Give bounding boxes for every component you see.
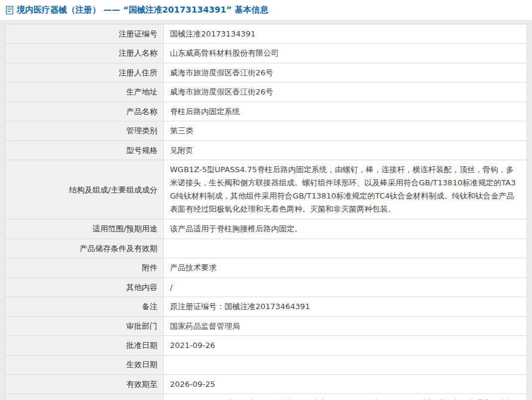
- row-label: 结构及组成/主要组成成分: [5, 160, 164, 219]
- row-value: 脊柱后路内固定系统: [164, 102, 527, 121]
- row-value: WGB1Z-5型UPASS4.75脊柱后路内固定系统，由螺钉，棒，连接杆，横连杆…: [164, 160, 527, 219]
- row-value: 2021-09-26: [164, 336, 527, 355]
- page: 境内医疗器械（注册） —— “国械注准20173134391” 基本信息 注册证…: [0, 0, 532, 400]
- row-value: 山东威高骨科材料股份有限公司: [164, 44, 527, 63]
- row-label: 审批部门: [5, 316, 164, 335]
- row-label: 有效期至: [5, 374, 164, 393]
- row-value: [164, 355, 527, 374]
- table-row: 备注原注册证编号：国械注准20173464391: [5, 297, 527, 316]
- row-label: 生产地址: [5, 83, 164, 102]
- row-label: 注册人住所: [5, 63, 164, 82]
- table-row: 变更情况2024-11-07 原注册证中：一、结构及组成由 “WGB1Z-5型U…: [5, 394, 527, 400]
- table-row: 适用范围/预期用途该产品适用于脊柱胸腰椎后路内固定。: [5, 219, 527, 239]
- info-table-body: 注册证编号国械注准20173134391注册人名称山东威高骨科材料股份有限公司注…: [5, 25, 527, 400]
- table-row: 审批部门国家药品监督管理局: [5, 316, 527, 335]
- table-row: 产品储存条件及有效期: [5, 239, 527, 258]
- row-value: 威海市旅游度假区香江街26号: [164, 83, 527, 102]
- table-row: 管理类别第三类: [5, 121, 527, 141]
- row-label: 产品名称: [5, 102, 164, 121]
- row-value: 2026-09-25: [164, 374, 527, 393]
- table-row: 注册证编号国械注准20173134391: [5, 25, 527, 44]
- row-label: 管理类别: [5, 121, 164, 141]
- row-label: 产品储存条件及有效期: [5, 239, 164, 258]
- table-row: 注册人名称山东威高骨科材料股份有限公司: [5, 44, 527, 63]
- row-value: 威海市旅游度假区香江街26号: [164, 63, 527, 82]
- table-row: 产品名称脊柱后路内固定系统: [5, 102, 527, 121]
- row-value: 国家药品监督管理局: [164, 316, 527, 335]
- row-value: 第三类: [164, 121, 527, 141]
- row-label: 批准日期: [5, 336, 164, 355]
- row-label: 变更情况: [5, 394, 164, 400]
- row-label: 适用范围/预期用途: [5, 219, 164, 239]
- row-value: 国械注准20173134391: [164, 25, 527, 44]
- table-wrap: 注册证编号国械注准20173134391注册人名称山东威高骨科材料股份有限公司注…: [0, 20, 532, 400]
- table-row: 附件产品技术要求: [5, 258, 527, 277]
- row-label: 注册人名称: [5, 44, 164, 63]
- table-row: 生效日期: [5, 355, 527, 374]
- table-row: 注册人住所威海市旅游度假区香江街26号: [5, 63, 527, 82]
- document-icon: [6, 6, 13, 14]
- page-header: 境内医疗器械（注册） —— “国械注准20173134391” 基本信息: [0, 0, 532, 20]
- table-row: 结构及组成/主要组成成分WGB1Z-5型UPASS4.75脊柱后路内固定系统，由…: [5, 160, 527, 219]
- row-label: 附件: [5, 258, 164, 277]
- table-row: 批准日期2021-09-26: [5, 336, 527, 355]
- table-row: 其他内容/: [5, 277, 527, 297]
- row-value: /: [164, 277, 527, 297]
- page-title: 境内医疗器械（注册） —— “国械注准20173134391” 基本信息: [17, 5, 268, 16]
- row-label: 生效日期: [5, 355, 164, 374]
- info-table: 注册证编号国械注准20173134391注册人名称山东威高骨科材料股份有限公司注…: [5, 24, 527, 400]
- row-value: 产品技术要求: [164, 258, 527, 277]
- row-value: 原注册证编号：国械注准20173464391: [164, 297, 527, 316]
- row-label: 型号规格: [5, 141, 164, 160]
- row-label: 注册证编号: [5, 25, 164, 44]
- table-row: 有效期至2026-09-25: [5, 374, 527, 393]
- row-value: 2024-11-07 原注册证中：一、结构及组成由 “WGB1Z-5型UPASS…: [164, 394, 527, 400]
- table-row: 型号规格见附页: [5, 141, 527, 160]
- row-label: 其他内容: [5, 277, 164, 297]
- table-row: 生产地址威海市旅游度假区香江街26号: [5, 83, 527, 102]
- row-value: [164, 239, 527, 258]
- row-label: 备注: [5, 297, 164, 316]
- row-value: 见附页: [164, 141, 527, 160]
- row-value: 该产品适用于脊柱胸腰椎后路内固定。: [164, 219, 527, 239]
